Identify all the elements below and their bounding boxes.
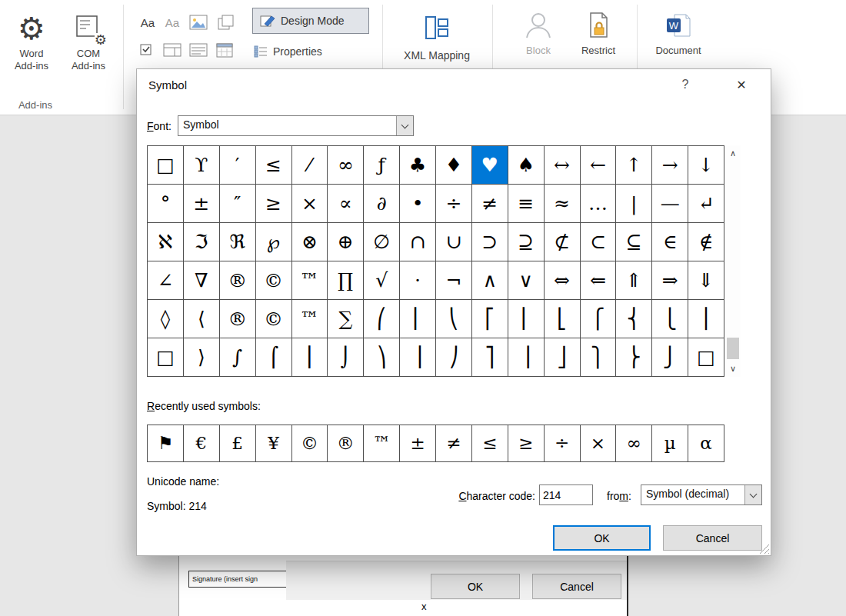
symbol-cell[interactable]: ⎪ xyxy=(688,300,724,338)
symbol-cell[interactable]: ′ xyxy=(220,146,256,185)
recent-symbol-cell[interactable]: ∞ xyxy=(616,425,652,462)
symbol-cell[interactable]: × xyxy=(292,185,328,223)
chevron-down-icon[interactable] xyxy=(396,116,413,135)
symbol-cell[interactable]: © xyxy=(256,300,292,338)
symbol-cell[interactable]: ⇐ xyxy=(581,261,617,300)
symbol-cell[interactable]: ƒ xyxy=(364,146,400,185)
ok-button[interactable]: OK xyxy=(553,525,651,551)
symbol-cell[interactable]: ∅ xyxy=(364,223,400,261)
close-icon[interactable]: ✕ xyxy=(718,72,764,97)
recent-symbol-cell[interactable]: × xyxy=(581,425,617,462)
symbol-cell[interactable]: ⎫ xyxy=(581,338,617,377)
symbol-cell[interactable]: □ xyxy=(148,338,184,377)
checkbox-control-button[interactable] xyxy=(137,40,158,60)
symbol-cell[interactable]: ⎩ xyxy=(652,300,688,338)
symbol-cell[interactable]: • xyxy=(400,185,436,223)
symbol-cell[interactable]: ♠ xyxy=(508,146,545,185)
symbol-cell[interactable]: ⎠ xyxy=(436,338,472,377)
recent-symbol-cell[interactable]: ≥ xyxy=(508,425,545,462)
symbol-cell[interactable]: ≡ xyxy=(508,185,545,223)
recent-symbol-cell[interactable]: α xyxy=(688,425,724,462)
rich-text-control-button[interactable]: Aa xyxy=(137,12,158,32)
symbol-cell[interactable]: ℜ xyxy=(220,223,256,261)
symbol-cell[interactable]: ↵ xyxy=(688,185,724,223)
font-combobox[interactable]: Symbol xyxy=(178,115,414,136)
recent-symbol-cell[interactable]: µ xyxy=(652,425,688,462)
symbol-cell[interactable]: ∞ xyxy=(328,146,364,185)
symbol-cell[interactable]: ∇ xyxy=(184,261,220,300)
help-button[interactable]: ? xyxy=(669,72,701,97)
symbol-cell[interactable]: ⟨ xyxy=(184,300,220,338)
recent-symbol-cell[interactable]: ™ xyxy=(364,425,400,462)
properties-button[interactable]: Properties xyxy=(254,42,322,62)
symbol-cell[interactable]: ¬ xyxy=(436,261,472,300)
symbol-cell[interactable]: □ xyxy=(148,146,184,185)
recent-symbol-cell[interactable]: ⚑ xyxy=(148,425,184,462)
symbol-cell[interactable]: ∪ xyxy=(436,223,472,261)
background-cancel-button[interactable]: Cancel xyxy=(532,574,621,599)
design-mode-button[interactable]: Design Mode xyxy=(252,8,369,34)
symbol-cell[interactable]: ⎟ xyxy=(400,338,436,377)
scroll-down-icon[interactable]: ∨ xyxy=(725,361,741,377)
recent-symbol-cell[interactable]: ¥ xyxy=(256,425,292,462)
document-template-button[interactable]: W Document xyxy=(644,6,712,57)
recent-symbol-cell[interactable]: ± xyxy=(400,425,436,462)
xml-mapping-button[interactable]: XML Mapping xyxy=(394,6,480,68)
block-authors-button[interactable]: Block xyxy=(514,6,563,57)
symbol-cell[interactable]: ◊ xyxy=(148,300,184,338)
symbol-cell[interactable]: ⊕ xyxy=(328,223,364,261)
symbol-cell[interactable]: ⎨ xyxy=(616,300,652,338)
symbol-cell[interactable]: ∉ xyxy=(688,223,724,261)
scroll-up-icon[interactable]: ∧ xyxy=(725,145,741,161)
symbol-cell[interactable]: ™ xyxy=(292,261,328,300)
symbol-cell[interactable]: ™ xyxy=(292,300,328,338)
symbol-cell[interactable]: ⋅ xyxy=(400,261,436,300)
symbol-cell[interactable]: ⌠ xyxy=(256,338,292,377)
recent-symbol-cell[interactable]: ≤ xyxy=(472,425,508,462)
recent-symbol-cell[interactable]: ≠ xyxy=(436,425,472,462)
recent-symbol-cell[interactable]: £ xyxy=(220,425,256,462)
symbol-cell[interactable]: ⎭ xyxy=(652,338,688,377)
recent-symbol-cell[interactable]: ÷ xyxy=(545,425,581,462)
symbol-cell[interactable]: ± xyxy=(184,185,220,223)
symbol-cell[interactable]: ⎦ xyxy=(545,338,581,377)
symbol-cell[interactable]: ⎣ xyxy=(545,300,581,338)
symbol-cell[interactable]: ⎤ xyxy=(472,338,508,377)
symbol-cell[interactable]: ⎥ xyxy=(508,338,545,377)
symbol-cell[interactable]: ∫ xyxy=(220,338,256,377)
symbol-cell[interactable]: ÷ xyxy=(436,185,472,223)
symbol-cell[interactable]: ∝ xyxy=(328,185,364,223)
symbol-cell[interactable]: ⇔ xyxy=(545,261,581,300)
symbol-cell[interactable]: ⇓ xyxy=(688,261,724,300)
symbol-cell[interactable]: ← xyxy=(581,146,617,185)
symbol-cell[interactable]: ⇑ xyxy=(616,261,652,300)
building-block-control-button[interactable] xyxy=(215,12,237,32)
symbol-cell[interactable]: ⎡ xyxy=(472,300,508,338)
scrollbar-thumb[interactable] xyxy=(727,338,739,359)
symbol-cell[interactable]: ≈ xyxy=(545,185,581,223)
symbol-cell[interactable]: ↓ xyxy=(688,146,724,185)
symbol-cell[interactable]: ® xyxy=(220,261,256,300)
symbol-cell[interactable]: ∑ xyxy=(328,300,364,338)
symbol-cell[interactable]: © xyxy=(256,261,292,300)
symbol-cell[interactable]: ⊇ xyxy=(508,223,545,261)
symbol-cell[interactable]: ″ xyxy=(220,185,256,223)
symbol-cell[interactable]: ⊗ xyxy=(292,223,328,261)
symbol-cell[interactable]: ® xyxy=(220,300,256,338)
symbol-cell[interactable]: ∏ xyxy=(328,261,364,300)
symbol-cell[interactable]: □ xyxy=(688,338,724,377)
symbol-cell[interactable]: ⁄ xyxy=(292,146,328,185)
symbol-cell[interactable]: ♦ xyxy=(436,146,472,185)
symbol-cell[interactable]: ≤ xyxy=(256,146,292,185)
symbol-cell[interactable]: ∩ xyxy=(400,223,436,261)
symbol-cell[interactable]: ⎬ xyxy=(616,338,652,377)
symbol-cell[interactable]: | xyxy=(616,185,652,223)
symbol-cell[interactable]: ⟩ xyxy=(184,338,220,377)
symbol-cell[interactable]: ♣ xyxy=(400,146,436,185)
symbol-cell[interactable]: ∨ xyxy=(508,261,545,300)
word-addins-button[interactable]: ⚙ Word Add-ins xyxy=(6,9,57,73)
symbol-grid-scrollbar[interactable]: ∧ ∨ xyxy=(725,145,741,377)
plain-text-control-button[interactable]: Aa xyxy=(162,12,183,32)
symbol-cell[interactable]: ϒ xyxy=(184,146,220,185)
symbol-cell[interactable]: ⎛ xyxy=(364,300,400,338)
